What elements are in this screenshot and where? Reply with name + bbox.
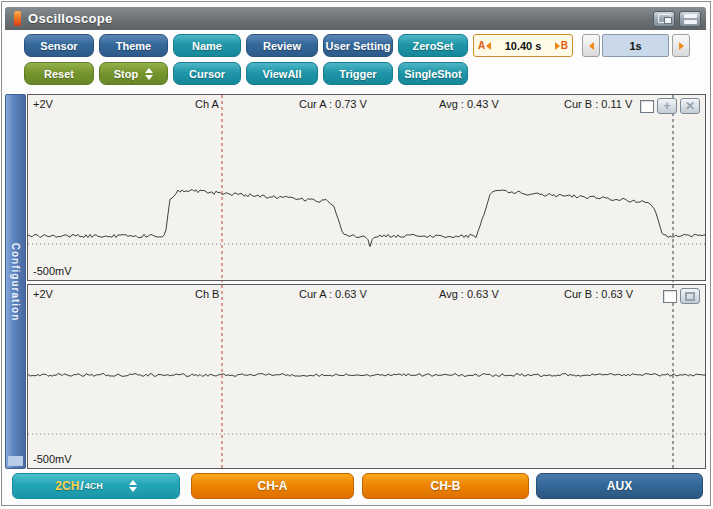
mode-separator: / — [80, 479, 83, 493]
trigger-button[interactable]: Trigger — [323, 62, 393, 85]
mode-selected: 2CH — [55, 479, 79, 493]
toolbar: Sensor Theme Name Review User Setting Ze… — [5, 30, 706, 94]
channel-b-top-voltage: +2V — [33, 288, 53, 300]
timebase-increase-button[interactable] — [672, 34, 690, 57]
cursor-b-marker: B — [555, 40, 568, 51]
stop-button[interactable]: Stop — [99, 62, 168, 85]
reset-button[interactable]: Reset — [24, 62, 94, 85]
cursor-a-marker: A — [478, 40, 491, 51]
channel-b-bottom-voltage: -500mV — [33, 453, 72, 465]
channel-b-avg-readout: Avg : 0.63 V — [439, 288, 499, 300]
singleshot-button[interactable]: SingleShot — [398, 62, 468, 85]
channel-b-restore-button[interactable] — [680, 288, 700, 304]
channel-a-top-voltage: +2V — [33, 98, 53, 110]
ab-cursor-time-display[interactable]: A 10.40 s B — [473, 34, 573, 57]
viewall-button[interactable]: ViewAll — [246, 62, 318, 85]
channel-a-expand-button[interactable]: + — [657, 98, 677, 114]
capture-view-button[interactable] — [653, 11, 675, 27]
channel-a-name: Ch A — [195, 98, 219, 110]
zeroset-button[interactable]: ZeroSet — [398, 34, 468, 57]
channel-a-pane: +2V Ch A Cur A : 0.73 V Avg : 0.43 V Cur… — [27, 94, 706, 281]
name-button[interactable]: Name — [173, 34, 241, 57]
channel-a-bottom-voltage: -500mV — [33, 265, 72, 277]
review-button[interactable]: Review — [246, 34, 318, 57]
ch-a-button[interactable]: CH-A — [191, 473, 354, 499]
theme-button[interactable]: Theme — [99, 34, 168, 57]
channel-a-waveform — [28, 95, 707, 282]
channel-a-checkbox[interactable] — [640, 100, 654, 113]
right-arrow-icon — [679, 42, 684, 50]
left-arrow-icon — [589, 42, 594, 50]
channel-a-close-button[interactable]: ✕ — [680, 98, 700, 114]
channel-b-pane: +2V Ch B Cur A : 0.63 V Avg : 0.63 V Cur… — [27, 284, 706, 469]
mode-spinner-icon[interactable] — [129, 480, 137, 492]
cursor-a-left-icon — [486, 42, 491, 50]
sidebar-end-cap — [8, 456, 23, 466]
channel-b-cursor-b-readout: Cur B : 0.63 V — [564, 288, 633, 300]
sidebar-label: Configuration — [10, 242, 21, 321]
stacked-bars-icon — [684, 14, 697, 24]
cursor-b-right-icon — [555, 42, 560, 50]
channel-b-name: Ch B — [195, 288, 219, 300]
close-icon: ✕ — [685, 100, 695, 112]
screen-capture-icon — [658, 14, 671, 23]
title-bar: Oscilloscope — [5, 7, 706, 30]
aux-button[interactable]: AUX — [536, 473, 703, 499]
channel-mode-select[interactable]: 2CH / 4CH — [12, 473, 180, 499]
channel-b-cursor-a-readout: Cur A : 0.63 V — [299, 288, 367, 300]
channel-b-waveform — [28, 285, 707, 470]
layout-panels-button[interactable] — [679, 11, 701, 27]
timebase-value-field[interactable]: 1s — [602, 34, 669, 57]
channel-a-avg-readout: Avg : 0.43 V — [439, 98, 499, 110]
stop-spinner-icon[interactable] — [145, 68, 153, 80]
user-setting-button[interactable]: User Setting — [323, 34, 393, 57]
window-title: Oscilloscope — [28, 11, 113, 26]
timebase-decrease-button[interactable] — [582, 34, 600, 57]
app-icon — [14, 11, 21, 26]
bottom-bar: 2CH / 4CH CH-A CH-B AUX — [5, 469, 706, 503]
restore-window-icon — [685, 292, 695, 301]
channel-b-checkbox[interactable] — [663, 290, 677, 303]
oscilloscope-app: Oscilloscope Sensor Theme Name Review Us… — [0, 0, 713, 509]
plus-icon: + — [663, 100, 670, 112]
channel-a-cursor-b-readout: Cur B : 0.11 V — [564, 98, 632, 110]
channel-a-cursor-a-readout: Cur A : 0.73 V — [299, 98, 367, 110]
cursor-button[interactable]: Cursor — [173, 62, 241, 85]
mode-alternate: 4CH — [85, 481, 103, 491]
ch-b-button[interactable]: CH-B — [362, 473, 529, 499]
ab-time-value: 10.40 s — [505, 40, 542, 52]
configuration-sidebar[interactable]: Configuration — [5, 94, 26, 469]
sensor-button[interactable]: Sensor — [24, 34, 94, 57]
